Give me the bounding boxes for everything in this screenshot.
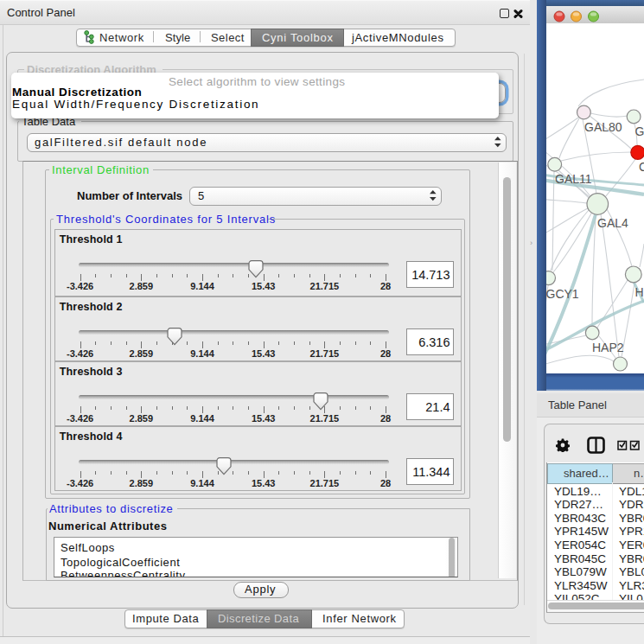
svg-text:GAL4: GAL4: [597, 216, 628, 230]
svg-text:H: H: [635, 285, 644, 299]
svg-text:GAL80: GAL80: [584, 120, 622, 134]
svg-text:GAL11: GAL11: [555, 172, 592, 186]
svg-text:GA: GA: [635, 124, 644, 138]
svg-text:C: C: [639, 160, 644, 174]
svg-text:GCY1: GCY1: [546, 287, 579, 301]
svg-text:HAP2: HAP2: [592, 341, 624, 354]
